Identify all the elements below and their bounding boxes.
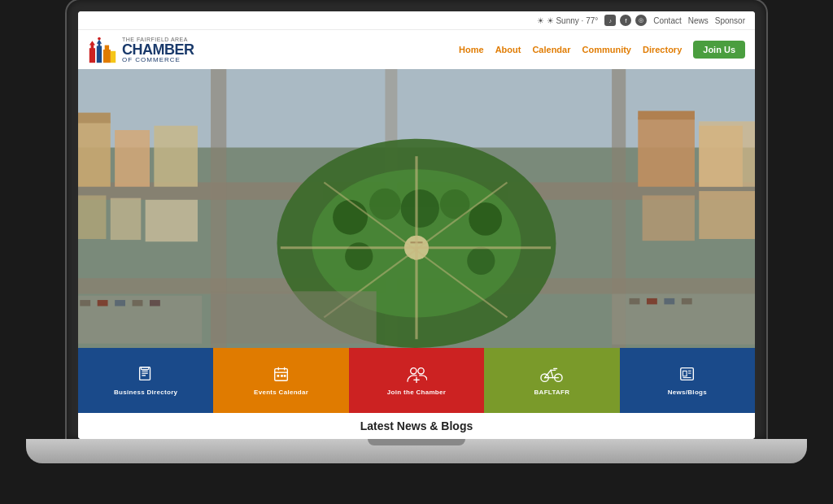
svg-rect-19 — [115, 130, 150, 187]
bafltafr-label: BAFLTAFR — [534, 389, 569, 396]
contact-link[interactable]: Contact — [653, 16, 681, 25]
quick-links-bar: Business Directory — [78, 348, 755, 413]
laptop-screen: ☀ ☀ Sunny · 77° ♪ f ◎ Contact News Spons… — [67, 0, 766, 439]
svg-rect-46 — [211, 291, 377, 343]
svg-rect-42 — [699, 191, 755, 239]
nav-about[interactable]: About — [495, 45, 521, 54]
svg-rect-54 — [647, 298, 657, 305]
business-directory-label: Business Directory — [114, 389, 177, 396]
svg-rect-50 — [115, 300, 125, 306]
nav-directory[interactable]: Directory — [643, 45, 682, 54]
svg-point-26 — [333, 200, 368, 235]
svg-rect-39 — [638, 117, 695, 187]
website: ☀ ☀ Sunny · 77° ♪ f ◎ Contact News Spons… — [78, 11, 755, 439]
screen-content: ☀ ☀ Sunny · 77° ♪ f ◎ Contact News Spons… — [78, 11, 755, 439]
svg-rect-67 — [281, 375, 283, 377]
join-chamber-label: Join the Chamber — [387, 389, 446, 396]
laptop-frame: ☀ ☀ Sunny · 77° ♪ f ◎ Contact News Spons… — [26, 0, 807, 504]
instagram-icon[interactable]: ◎ — [635, 15, 647, 26]
svg-rect-8 — [111, 51, 116, 63]
logo: THE FAIRFIELD AREA CHAMBER OF COMMERCE — [88, 35, 194, 64]
svg-rect-53 — [630, 298, 640, 305]
logo-icon — [88, 35, 117, 64]
svg-rect-3 — [97, 46, 102, 63]
quick-link-business-directory[interactable]: Business Directory — [78, 348, 213, 413]
svg-rect-55 — [664, 298, 674, 305]
svg-rect-43 — [643, 195, 695, 241]
quick-link-events-calendar[interactable]: Events Calendar — [213, 348, 348, 413]
join-chamber-icon — [406, 365, 427, 385]
svg-rect-18 — [78, 113, 111, 124]
laptop-base — [26, 439, 807, 463]
weather-text: ☀ Sunny · 77° — [547, 16, 599, 25]
svg-rect-51 — [133, 300, 143, 306]
svg-rect-61 — [142, 367, 149, 370]
nav-community[interactable]: Community — [582, 45, 631, 54]
join-us-button[interactable]: Join Us — [693, 41, 745, 59]
business-directory-icon — [137, 365, 155, 385]
svg-rect-6 — [103, 50, 111, 63]
svg-rect-20 — [154, 126, 198, 187]
svg-point-70 — [418, 368, 424, 374]
svg-rect-52 — [150, 300, 160, 306]
news-link[interactable]: News — [688, 16, 709, 25]
events-calendar-icon — [273, 365, 290, 385]
svg-rect-77 — [683, 371, 687, 376]
svg-rect-66 — [277, 375, 279, 377]
bafltafr-icon — [540, 365, 563, 385]
logo-chamber-text: CHAMBER — [122, 42, 194, 57]
news-blogs-icon — [678, 365, 696, 385]
nav-calendar[interactable]: Calendar — [532, 45, 570, 54]
weather-widget: ☀ ☀ Sunny · 77° — [537, 16, 599, 25]
svg-rect-49 — [98, 300, 108, 306]
facebook-icon[interactable]: f — [620, 15, 631, 26]
quick-link-news-blogs[interactable]: News/Blogs — [620, 348, 755, 413]
latest-news-title: Latest News & Blogs — [88, 419, 745, 432]
logo-text: THE FAIRFIELD AREA CHAMBER OF COMMERCE — [122, 37, 194, 63]
latest-news-section: Latest News & Blogs — [78, 413, 755, 439]
svg-rect-40 — [638, 111, 695, 119]
svg-point-9 — [98, 37, 101, 41]
svg-rect-48 — [80, 300, 90, 306]
svg-point-27 — [369, 189, 401, 220]
svg-rect-21 — [78, 195, 106, 239]
svg-rect-17 — [78, 121, 111, 186]
top-utility-bar: ☀ ☀ Sunny · 77° ♪ f ◎ Contact News Spons… — [78, 11, 755, 30]
events-calendar-label: Events Calendar — [254, 389, 308, 396]
svg-rect-23 — [146, 200, 198, 241]
svg-point-29 — [440, 189, 469, 219]
logo-of-commerce-text: OF COMMERCE — [122, 57, 194, 63]
news-blogs-label: News/Blogs — [668, 389, 707, 396]
svg-marker-2 — [89, 41, 95, 45]
svg-rect-56 — [682, 298, 692, 305]
sun-icon: ☀ — [537, 16, 544, 25]
quick-link-bafltafr[interactable]: BAFLTAFR — [484, 348, 619, 413]
sponsor-link[interactable]: Sponsor — [715, 16, 745, 25]
quick-link-join-chamber[interactable]: Join the Chamber — [349, 348, 484, 413]
svg-rect-68 — [283, 375, 286, 377]
nav-home[interactable]: Home — [459, 45, 484, 54]
svg-rect-44 — [699, 121, 755, 186]
hero-section — [78, 69, 755, 348]
aerial-town-svg — [78, 69, 755, 348]
svg-rect-0 — [89, 48, 95, 63]
svg-rect-22 — [111, 198, 142, 240]
tiktok-icon[interactable]: ♪ — [604, 15, 616, 26]
svg-rect-7 — [105, 46, 109, 51]
utility-nav: Contact News Sponsor — [653, 16, 745, 25]
main-navbar: THE FAIRFIELD AREA CHAMBER OF COMMERCE H… — [78, 30, 755, 69]
svg-point-32 — [467, 247, 495, 275]
nav-links: Home About Calendar Community Directory … — [459, 41, 745, 59]
social-links: ♪ f ◎ — [604, 15, 647, 26]
svg-point-69 — [411, 368, 416, 374]
svg-point-28 — [401, 189, 439, 228]
hero-image — [78, 69, 755, 348]
